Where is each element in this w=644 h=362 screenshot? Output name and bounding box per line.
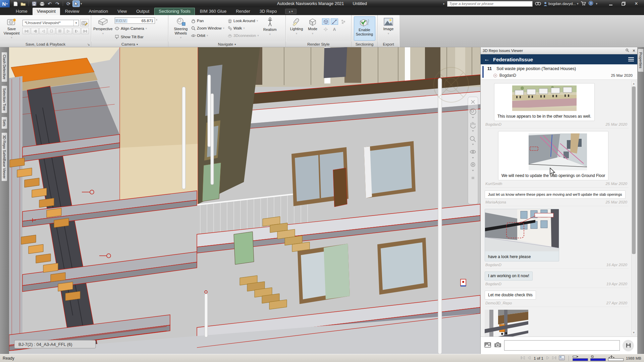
minimize-icon[interactable] [604,0,617,7]
open-icon[interactable] [20,1,26,7]
export-image-button[interactable]: Image▾ [380,16,396,35]
save-icon[interactable] [31,1,38,7]
redo-icon[interactable]: ↷ [54,1,61,7]
look-around-button[interactable]: Look Around▾ [228,17,259,24]
scroll-down-icon[interactable]: ▼ [632,330,636,335]
perspective-button[interactable]: Perspective▾ [93,16,113,35]
group-label-export[interactable]: Export [378,42,399,47]
save-viewpoint-button[interactable]: Save Viewpoint▾ [2,16,21,40]
comments-scrollbar[interactable]: ▲ ▼ [631,81,636,335]
comment-card[interactable]: Let me double check this [485,291,536,300]
dock-tab-sets[interactable]: Sets [2,117,7,129]
step-back-icon[interactable] [31,28,39,34]
comment-thumbnail[interactable] [494,83,594,112]
snap-points-icon[interactable] [322,26,329,33]
comment-card[interactable] [485,310,528,337]
scroll-up-icon[interactable]: ▲ [632,81,636,86]
refresh-icon[interactable]: ⟳ [65,1,72,7]
stop-icon[interactable] [48,28,55,34]
pause-icon[interactable] [56,28,64,34]
tab-render[interactable]: Render [231,8,255,15]
comment-input[interactable] [504,340,620,351]
sheet-prev-icon[interactable] [527,356,531,361]
dock-tab-properties[interactable]: Properties [638,49,644,72]
user-account[interactable]: bogdan.davyd...▾ [543,2,578,6]
sheet-next-icon[interactable] [546,356,550,361]
tab-review[interactable]: Review [61,8,84,15]
maximize-icon[interactable] [617,0,630,7]
walk-button[interactable]: Walk▾ [228,24,259,32]
panel-pin-icon[interactable] [626,49,629,53]
comment-card[interactable]: I am working on it now! [485,272,533,281]
fov-field[interactable]: F.O.V. 65.871 [115,17,155,24]
tab-sectioning-tools[interactable]: Sectioning Tools [154,8,195,15]
issue-header[interactable]: 11 Soil waste pipe position (Terraced Ho… [481,64,637,80]
show-tilt-bar-button[interactable]: Show Tilt Bar [115,33,157,41]
print-icon[interactable] [39,1,45,7]
comment-card[interactable]: have a look here please [485,209,559,261]
select-cursor-icon[interactable] [73,1,79,7]
viewport-3d[interactable]: BJ-7(2) : 04_A3-A4_FFL (6) [9,47,480,354]
3dconnexion-button[interactable]: 3Dconnexion▾ [228,32,259,39]
tab-bim360glue[interactable]: BIM 360 Glue [196,8,231,15]
group-label-camera[interactable]: Camera▾ [91,42,168,47]
align-camera-button[interactable]: Align Camera▾ [115,25,157,32]
new-file-icon[interactable] [12,1,19,7]
sheet-last-icon[interactable] [552,356,556,361]
scrollbar-thumb[interactable] [632,86,636,254]
realism-button[interactable]: Realism▾ [262,16,278,36]
sheet-browser-icon[interactable] [559,355,565,361]
cart-icon[interactable] [581,1,586,7]
lines-render-icon[interactable] [331,18,338,25]
dock-tab-clash-detective[interactable]: Clash Detective [2,52,7,82]
skip-end-icon[interactable] [81,28,89,34]
binoculars-icon[interactable] [535,1,541,6]
comment-card[interactable]: This issue appears to be in the other ho… [494,83,595,121]
skip-start-icon[interactable] [22,28,30,34]
tab-animation[interactable]: Animation [84,8,112,15]
panel-titlebar[interactable]: 3D Repo Issues Viewer × [481,47,637,54]
ribbon-collapse-button[interactable]: ▴ ▾ [285,9,297,14]
dock-tab-selection-tree[interactable]: Selection Tree [2,85,7,113]
text-render-icon[interactable]: A [331,26,338,33]
group-label-render-style[interactable]: Render Style [286,42,351,47]
lighting-button[interactable]: Lighting▾ [288,16,305,35]
group-label-navigate[interactable]: Navigate▾ [168,42,285,47]
viewpoint-combo[interactable]: *Unsaved Viewpoint*▾ [22,20,79,26]
menu-icon[interactable] [628,57,634,61]
comment-card[interactable]: Just let us know where these pipes are m… [485,190,626,199]
image-icon[interactable] [484,342,491,349]
comment-thumbnail[interactable] [485,209,559,253]
tab-3drepo[interactable]: 3D Repo [255,8,281,15]
undo-icon[interactable]: ↶ [46,1,53,7]
enable-sectioning-button[interactable]: Enable Sectioning [354,16,375,41]
group-label-save-load-playback[interactable]: Save, Load & Playback↘ [0,42,91,47]
tab-home[interactable]: Home [11,8,32,15]
save-comment-button[interactable] [623,340,634,351]
mode-button[interactable]: Mode▾ [305,16,320,35]
search-input[interactable] [447,1,533,7]
comment-thumbnail[interactable] [485,310,528,337]
pan-button[interactable]: Pan [191,17,224,24]
zoom-window-button[interactable]: Zoom Window▾ [191,24,224,32]
qat-dropdown-caret[interactable]: ▾ [80,2,82,5]
step-forward-icon[interactable] [73,28,80,34]
help-icon[interactable]: ? [588,1,593,7]
play-icon[interactable] [64,28,72,34]
comment-list[interactable]: This issue appears to be in the other ho… [481,80,637,337]
edit-viewpoint-icon[interactable] [80,19,89,26]
points-render-icon[interactable] [339,18,347,25]
sheet-first-icon[interactable] [521,356,525,361]
comment-thumbnail[interactable] [498,131,608,172]
tab-output[interactable]: Output [132,8,154,15]
steering-wheels-button[interactable]: Steering Wheels▾ [170,16,191,40]
play-back-icon[interactable] [39,28,47,34]
tab-viewpoint[interactable]: Viewpoint [33,8,60,15]
full-render-icon[interactable] [322,18,329,25]
dock-tab-3drepo-safetibase[interactable]: 3D Repo SafetiBase Viewer [2,132,7,181]
panel-close-icon[interactable]: × [633,48,635,53]
orbit-button[interactable]: Orbit▾ [191,32,224,39]
group-label-sectioning[interactable]: Sectioning [352,42,377,47]
app-menu-button[interactable]: N▾ [0,0,10,7]
close-icon[interactable]: × [630,0,643,7]
